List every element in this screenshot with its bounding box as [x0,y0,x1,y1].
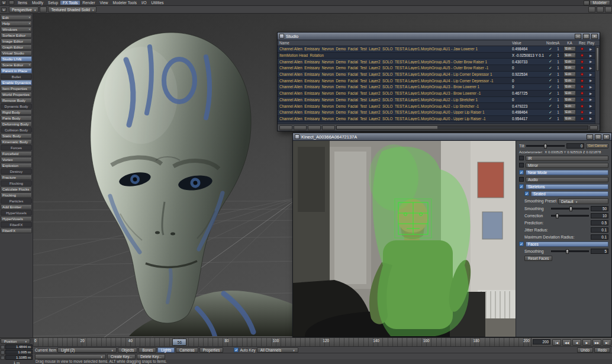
maximize-icon[interactable]: □ [595,134,601,140]
faces-button[interactable]: Faces [526,241,608,247]
seated-checkbox[interactable] [524,191,529,196]
faces-smoothing-slider[interactable] [551,250,589,252]
sidebar-item[interactable]: Static Body [1,133,32,138]
transport-button[interactable]: ▶ [582,339,591,346]
sidebar-item[interactable]: Scene Editor [1,62,32,67]
viewport-maximize-icon[interactable] [588,7,595,12]
z-axis-toggle[interactable] [1,356,5,360]
transport-button[interactable]: |◀ [552,339,561,346]
view-mode-dropdown[interactable]: Perspective [9,7,38,12]
sidebar-item[interactable]: Help [1,21,32,26]
channel-record-button[interactable] [578,66,587,70]
sidebar-item[interactable]: Flocking [1,192,32,198]
sidebar-item[interactable]: Virtual Studio [1,50,32,56]
channel-value[interactable]: 0 [512,98,546,102]
sidebar-item[interactable]: Deforming Body [1,121,32,127]
channel-play-button[interactable]: ▶ [587,73,595,76]
channel-edit-button[interactable]: Edit... [563,78,576,83]
column-ka[interactable]: KA [562,41,578,45]
collapse-viewbar-icon[interactable]: ▾ [1,8,7,12]
transport-button[interactable]: ▶| [603,339,611,346]
create-key-button[interactable]: Create Key... [107,354,136,359]
channel-value[interactable]: 0 [512,66,546,70]
sidebar-item[interactable]: Parts Body [1,115,32,121]
studio-footer-button[interactable] [322,125,335,130]
maximize-icon[interactable]: □ [583,34,590,39]
sidebar-item[interactable]: Vortex [1,157,32,162]
screen-layout-icon[interactable] [584,1,590,5]
shading-mode-dropdown[interactable]: Textured Shaded Solid [48,7,96,12]
transport-button[interactable]: ◀◀ [562,339,571,346]
transport-button[interactable]: ▶▶ [592,339,601,346]
channel-enabled-check[interactable]: ✓ [546,66,555,70]
slider-thumb[interactable] [544,144,547,149]
channel-row[interactable]: Channel Alien_Emissary_Nevron_Demo_Facia… [278,59,595,65]
channel-play-button[interactable]: ▶ [587,54,595,57]
sidebar-item[interactable]: Rigid Body [1,109,32,115]
column-name[interactable]: Name [278,41,512,45]
channel-edit-button[interactable]: Edit... [563,109,576,115]
sidebar-item[interactable]: Graph Editor [1,44,32,50]
channel-row[interactable]: Channel Alien_Emissary_Nevron_Demo_Facia… [278,103,595,109]
item-type-button[interactable]: Bones [138,347,156,353]
smoothing-preset-dropdown[interactable]: Default [558,198,608,204]
channel-edit-button[interactable]: Edit... [563,72,576,77]
studio-footer-dropdown[interactable] [590,125,598,130]
column-rec[interactable]: Rec [578,41,587,45]
coordinate-mode-dropdown[interactable]: Position [1,339,30,344]
viewport-axis-icon[interactable] [40,7,47,12]
column-play[interactable]: Play [587,41,595,45]
channel-play-button[interactable]: ▶ [587,47,595,51]
sidebar-item[interactable]: World Properties [1,92,32,97]
tool-mode-dropdown[interactable] [35,354,106,359]
slider-value-field[interactable]: 50 [591,206,608,211]
vertical-scrollbar[interactable] [595,46,600,124]
all-channels-dropdown[interactable]: All Channels [257,347,298,353]
menu-item[interactable]: I/O [139,1,149,5]
channel-edit-button[interactable]: Edit... [563,91,576,96]
toggle-button[interactable]: Near Mode [526,170,608,175]
tilt-value-field[interactable]: 0 [566,143,584,149]
column-value[interactable]: Value [512,41,546,45]
channel-play-button[interactable]: ▶ [587,104,595,108]
horizontal-scrollbar[interactable] [336,125,588,130]
channel-edit-button[interactable]: Edit... [563,97,576,102]
channel-value[interactable]: 0 [512,79,546,83]
channel-edit-button[interactable]: Edit... [563,84,576,89]
channel-record-button[interactable] [578,117,587,121]
channel-row[interactable]: Channel Alien_Emissary_Nevron_Demo_Facia… [278,116,595,123]
transport-button[interactable]: ◀ [572,339,581,346]
y-axis-toggle[interactable] [1,350,5,355]
menu-item[interactable]: Render [80,1,97,5]
studio-footer-button[interactable] [308,125,321,130]
channel-value[interactable]: 0.954417 [512,117,546,121]
channel-row[interactable]: Channel Alien_Emissary_Nevron_Demo_Facia… [278,78,595,84]
channel-value[interactable]: 0.922534 [512,72,546,76]
menu-item[interactable]: Modify [30,1,46,5]
channel-enabled-check[interactable]: ✓ [546,91,555,96]
sidebar-item[interactable]: Studio LIVE [1,56,32,62]
current-item-dropdown[interactable]: Light (2) [57,347,117,353]
channel-enabled-check[interactable]: ✓ [546,78,555,83]
channel-enabled-check[interactable]: ✓ [546,104,555,108]
toggle-checkbox[interactable] [519,156,524,160]
close-icon[interactable]: × [603,134,610,140]
channel-record-button[interactable] [578,98,587,102]
pin-menu-icon[interactable] [9,1,14,5]
viewport-options-icon[interactable] [605,7,612,12]
studio-titlebar[interactable]: Studio – □ × [278,33,600,40]
delete-key-button[interactable]: Delete Key... [137,354,165,359]
get-camera-button[interactable]: Get Camera [586,143,608,149]
channel-row[interactable]: Channel Alien_Emissary_Nevron_Demo_Facia… [278,91,595,97]
tilt-slider[interactable] [526,145,565,147]
timeline-ruler[interactable]: 020406080100120140160180200 56 [33,338,532,346]
menu-item[interactable]: Items [15,1,30,5]
collapse-menu-icon[interactable]: ▾ [1,1,7,5]
channel-edit-button[interactable]: Edit... [563,116,576,121]
channel-value[interactable]: 0.467725 [512,91,546,95]
channel-edit-button[interactable]: Edit... [563,65,576,70]
seated-button[interactable]: Seated [531,191,608,197]
toggle-button[interactable]: IR [526,156,608,161]
channel-play-button[interactable]: ▶ [587,117,595,120]
studio-footer-button[interactable] [294,125,307,130]
